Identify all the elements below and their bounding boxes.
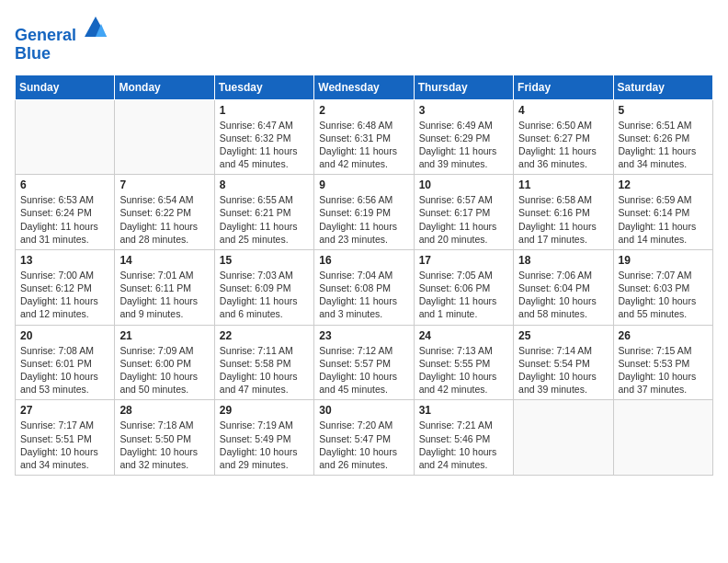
- calendar-cell: 21Sunrise: 7:09 AM Sunset: 6:00 PM Dayli…: [115, 325, 214, 400]
- day-info: Sunrise: 6:56 AM Sunset: 6:19 PM Dayligh…: [319, 193, 408, 246]
- day-info: Sunrise: 7:19 AM Sunset: 5:49 PM Dayligh…: [220, 419, 309, 471]
- day-number: 6: [20, 178, 109, 191]
- calendar-cell: 23Sunrise: 7:12 AM Sunset: 5:57 PM Dayli…: [314, 325, 414, 400]
- calendar-table: SundayMondayTuesdayWednesdayThursdayFrid…: [15, 75, 713, 476]
- day-number: 20: [20, 329, 109, 342]
- day-header-thursday: Thursday: [414, 75, 513, 99]
- day-number: 21: [119, 329, 209, 342]
- day-number: 14: [119, 254, 209, 267]
- day-number: 31: [419, 404, 508, 417]
- calendar-cell: 8Sunrise: 6:55 AM Sunset: 6:21 PM Daylig…: [214, 175, 313, 250]
- calendar-week-row: 6Sunrise: 6:53 AM Sunset: 6:24 PM Daylig…: [16, 175, 713, 250]
- calendar-cell: 22Sunrise: 7:11 AM Sunset: 5:58 PM Dayli…: [214, 325, 313, 400]
- calendar-cell: 6Sunrise: 6:53 AM Sunset: 6:24 PM Daylig…: [16, 175, 115, 250]
- logo-blue: Blue: [15, 44, 51, 63]
- calendar-cell: 14Sunrise: 7:01 AM Sunset: 6:11 PM Dayli…: [115, 249, 214, 325]
- calendar-week-row: 1Sunrise: 6:47 AM Sunset: 6:32 PM Daylig…: [16, 99, 713, 175]
- calendar-cell: 16Sunrise: 7:04 AM Sunset: 6:08 PM Dayli…: [314, 249, 414, 325]
- day-info: Sunrise: 7:06 AM Sunset: 6:04 PM Dayligh…: [518, 269, 608, 321]
- calendar-cell: 28Sunrise: 7:18 AM Sunset: 5:50 PM Dayli…: [115, 400, 214, 476]
- day-info: Sunrise: 7:17 AM Sunset: 5:51 PM Dayligh…: [20, 419, 109, 471]
- calendar-cell: 25Sunrise: 7:14 AM Sunset: 5:54 PM Dayli…: [514, 325, 613, 400]
- day-info: Sunrise: 6:59 AM Sunset: 6:14 PM Dayligh…: [619, 193, 708, 246]
- day-number: 27: [20, 404, 109, 417]
- day-number: 28: [119, 404, 209, 417]
- day-number: 17: [419, 254, 508, 267]
- day-number: 1: [220, 104, 309, 117]
- day-number: 22: [220, 329, 309, 342]
- day-info: Sunrise: 7:15 AM Sunset: 5:53 PM Dayligh…: [619, 344, 708, 396]
- calendar-cell: 19Sunrise: 7:07 AM Sunset: 6:03 PM Dayli…: [613, 249, 712, 325]
- calendar-cell: 18Sunrise: 7:06 AM Sunset: 6:04 PM Dayli…: [514, 249, 613, 325]
- calendar-cell: 3Sunrise: 6:49 AM Sunset: 6:29 PM Daylig…: [414, 99, 513, 175]
- calendar-cell: 9Sunrise: 6:56 AM Sunset: 6:19 PM Daylig…: [314, 175, 414, 250]
- day-number: 9: [319, 178, 408, 191]
- calendar-cell: [514, 400, 613, 476]
- day-number: 10: [419, 178, 508, 191]
- day-info: Sunrise: 6:53 AM Sunset: 6:24 PM Dayligh…: [20, 193, 109, 246]
- logo-icon: [83, 15, 108, 40]
- day-info: Sunrise: 6:57 AM Sunset: 6:17 PM Dayligh…: [419, 193, 508, 246]
- day-number: 4: [518, 104, 608, 117]
- day-number: 2: [319, 104, 408, 117]
- calendar-cell: [16, 99, 115, 175]
- calendar-week-row: 20Sunrise: 7:08 AM Sunset: 6:01 PM Dayli…: [16, 325, 713, 400]
- day-header-monday: Monday: [115, 75, 214, 99]
- logo: General Blue: [15, 15, 108, 63]
- day-number: 8: [220, 178, 309, 191]
- day-info: Sunrise: 6:47 AM Sunset: 6:32 PM Dayligh…: [220, 119, 309, 171]
- day-info: Sunrise: 7:14 AM Sunset: 5:54 PM Dayligh…: [518, 344, 608, 396]
- day-number: 11: [518, 178, 608, 191]
- day-info: Sunrise: 6:48 AM Sunset: 6:31 PM Dayligh…: [319, 119, 408, 171]
- calendar-cell: 27Sunrise: 7:17 AM Sunset: 5:51 PM Dayli…: [16, 400, 115, 476]
- day-header-saturday: Saturday: [613, 75, 712, 99]
- day-info: Sunrise: 7:12 AM Sunset: 5:57 PM Dayligh…: [319, 344, 408, 396]
- calendar-week-row: 27Sunrise: 7:17 AM Sunset: 5:51 PM Dayli…: [16, 400, 713, 476]
- day-info: Sunrise: 7:00 AM Sunset: 6:12 PM Dayligh…: [20, 269, 109, 321]
- day-number: 16: [319, 254, 408, 267]
- calendar-cell: 20Sunrise: 7:08 AM Sunset: 6:01 PM Dayli…: [16, 325, 115, 400]
- calendar-cell: 1Sunrise: 6:47 AM Sunset: 6:32 PM Daylig…: [214, 99, 313, 175]
- calendar-cell: [613, 400, 712, 476]
- calendar-cell: 26Sunrise: 7:15 AM Sunset: 5:53 PM Dayli…: [613, 325, 712, 400]
- day-info: Sunrise: 7:08 AM Sunset: 6:01 PM Dayligh…: [20, 344, 109, 396]
- calendar-cell: 31Sunrise: 7:21 AM Sunset: 5:46 PM Dayli…: [414, 400, 513, 476]
- calendar-header-row: SundayMondayTuesdayWednesdayThursdayFrid…: [16, 75, 713, 99]
- day-number: 30: [319, 404, 408, 417]
- day-info: Sunrise: 7:20 AM Sunset: 5:47 PM Dayligh…: [319, 419, 408, 471]
- logo-text: General Blue: [15, 15, 108, 63]
- day-info: Sunrise: 7:01 AM Sunset: 6:11 PM Dayligh…: [119, 269, 209, 321]
- logo-general: General: [15, 26, 76, 44]
- day-header-wednesday: Wednesday: [314, 75, 414, 99]
- calendar-cell: 24Sunrise: 7:13 AM Sunset: 5:55 PM Dayli…: [414, 325, 513, 400]
- day-info: Sunrise: 6:51 AM Sunset: 6:26 PM Dayligh…: [619, 119, 708, 171]
- day-number: 23: [319, 329, 408, 342]
- day-info: Sunrise: 7:18 AM Sunset: 5:50 PM Dayligh…: [119, 419, 209, 471]
- calendar-week-row: 13Sunrise: 7:00 AM Sunset: 6:12 PM Dayli…: [16, 249, 713, 325]
- calendar-cell: 7Sunrise: 6:54 AM Sunset: 6:22 PM Daylig…: [115, 175, 214, 250]
- day-number: 7: [119, 178, 209, 191]
- day-info: Sunrise: 6:50 AM Sunset: 6:27 PM Dayligh…: [518, 119, 608, 171]
- day-info: Sunrise: 7:21 AM Sunset: 5:46 PM Dayligh…: [419, 419, 508, 471]
- day-number: 19: [619, 254, 708, 267]
- calendar-cell: 17Sunrise: 7:05 AM Sunset: 6:06 PM Dayli…: [414, 249, 513, 325]
- day-number: 13: [20, 254, 109, 267]
- calendar-cell: 11Sunrise: 6:58 AM Sunset: 6:16 PM Dayli…: [514, 175, 613, 250]
- day-number: 15: [220, 254, 309, 267]
- calendar-cell: 2Sunrise: 6:48 AM Sunset: 6:31 PM Daylig…: [314, 99, 414, 175]
- day-info: Sunrise: 6:54 AM Sunset: 6:22 PM Dayligh…: [119, 193, 209, 246]
- day-info: Sunrise: 7:11 AM Sunset: 5:58 PM Dayligh…: [220, 344, 309, 396]
- day-header-sunday: Sunday: [16, 75, 115, 99]
- day-info: Sunrise: 6:55 AM Sunset: 6:21 PM Dayligh…: [220, 193, 309, 246]
- day-number: 29: [220, 404, 309, 417]
- day-number: 3: [419, 104, 508, 117]
- day-number: 18: [518, 254, 608, 267]
- day-header-friday: Friday: [514, 75, 613, 99]
- calendar-cell: 4Sunrise: 6:50 AM Sunset: 6:27 PM Daylig…: [514, 99, 613, 175]
- day-number: 24: [419, 329, 508, 342]
- day-info: Sunrise: 6:49 AM Sunset: 6:29 PM Dayligh…: [419, 119, 508, 171]
- day-info: Sunrise: 7:03 AM Sunset: 6:09 PM Dayligh…: [220, 269, 309, 321]
- day-number: 5: [619, 104, 708, 117]
- calendar-cell: 29Sunrise: 7:19 AM Sunset: 5:49 PM Dayli…: [214, 400, 313, 476]
- calendar-cell: 15Sunrise: 7:03 AM Sunset: 6:09 PM Dayli…: [214, 249, 313, 325]
